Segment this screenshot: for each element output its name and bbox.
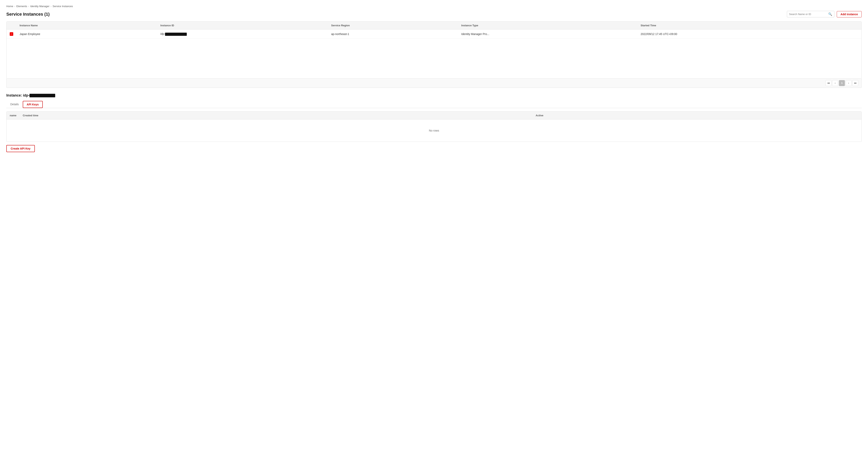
pagination-last[interactable]: ⏭ bbox=[852, 80, 858, 86]
instance-title: Instance: idp- bbox=[6, 93, 862, 97]
tab-api-keys[interactable]: API Keys bbox=[23, 101, 43, 108]
col-api-key-name: name bbox=[6, 112, 20, 120]
pagination-row: ⏮ ‹ 1 › ⏭ bbox=[6, 78, 862, 88]
id-prefix: idp- bbox=[160, 32, 165, 35]
page-title: Service Instances (1) bbox=[6, 12, 50, 17]
id-redacted bbox=[165, 33, 187, 36]
page-header: Service Instances (1) 🔍 Add instance bbox=[6, 11, 862, 18]
create-api-key-button[interactable]: Create API Key bbox=[6, 145, 35, 152]
table-header-row: Instance Name Instance ID Service Region… bbox=[6, 22, 862, 29]
breadcrumb-sep-1: › bbox=[14, 5, 15, 8]
row-started: 2022/09/12 17:45 UTC+09:00 bbox=[638, 29, 862, 39]
breadcrumb-elements[interactable]: Elements bbox=[17, 5, 27, 8]
search-icon[interactable]: 🔍 bbox=[828, 12, 832, 16]
breadcrumb-sep-2: › bbox=[28, 5, 29, 8]
pagination-page-1[interactable]: 1 bbox=[839, 80, 845, 86]
col-instance-type: Instance Type bbox=[458, 22, 638, 29]
breadcrumb-sep-3: › bbox=[51, 5, 52, 8]
row-instance-id: idp- bbox=[157, 29, 328, 39]
col-active: Active bbox=[532, 112, 862, 120]
api-keys-header-row: name Created time Active bbox=[6, 112, 862, 120]
row-checkbox-cell[interactable]: ✓ bbox=[6, 29, 17, 39]
col-checkbox bbox=[6, 22, 17, 29]
checkbox-checked-icon[interactable]: ✓ bbox=[10, 32, 13, 36]
api-keys-table: name Created time Active No rows bbox=[6, 112, 862, 141]
row-region: ap-northeast-1 bbox=[328, 29, 458, 39]
api-keys-table-container: name Created time Active No rows bbox=[6, 112, 862, 142]
pagination-next[interactable]: › bbox=[846, 80, 851, 86]
pagination-first[interactable]: ⏮ bbox=[826, 80, 831, 86]
col-instance-name: Instance Name bbox=[17, 22, 157, 29]
instance-id-redacted bbox=[29, 94, 55, 97]
col-service-region: Service Region bbox=[328, 22, 458, 29]
tab-details[interactable]: Details bbox=[6, 101, 23, 108]
col-started-time: Started Time bbox=[638, 22, 862, 29]
instances-table: Instance Name Instance ID Service Region… bbox=[6, 22, 862, 78]
no-rows-row: No rows bbox=[6, 119, 862, 141]
table-row[interactable]: ✓ Japan Employee idp- ap-northeast-1 Ide… bbox=[6, 29, 862, 39]
breadcrumb-current: Service Instances bbox=[53, 5, 73, 8]
instances-table-container: Instance Name Instance ID Service Region… bbox=[6, 21, 862, 78]
search-box: 🔍 bbox=[787, 11, 834, 18]
add-instance-button[interactable]: Add instance bbox=[837, 11, 862, 18]
breadcrumb: Home › Elements › Identity Manager › Ser… bbox=[6, 5, 862, 8]
breadcrumb-identity-manager[interactable]: Identity Manager bbox=[30, 5, 50, 8]
breadcrumb-home[interactable]: Home bbox=[6, 5, 13, 8]
instance-section: Instance: idp- Details API Keys name Cre… bbox=[6, 93, 862, 152]
row-instance-name: Japan Employee bbox=[17, 29, 157, 39]
search-input[interactable] bbox=[789, 13, 828, 15]
no-rows-text: No rows bbox=[6, 119, 862, 141]
instance-label-text: Instance: idp- bbox=[6, 93, 29, 97]
pagination-prev[interactable]: ‹ bbox=[832, 80, 838, 86]
row-type: Identity Manager Pro... bbox=[458, 29, 638, 39]
header-actions: 🔍 Add instance bbox=[787, 11, 862, 18]
col-instance-id: Instance ID bbox=[157, 22, 328, 29]
col-created-time: Created time bbox=[20, 112, 532, 120]
tabs-container: Details API Keys bbox=[6, 101, 862, 108]
